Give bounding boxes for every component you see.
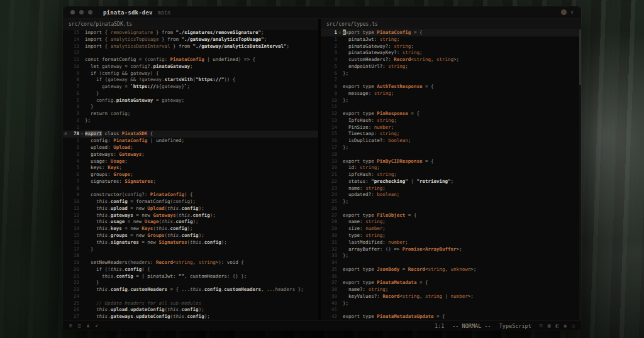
code-line[interactable]: 20 if (!this.config) { xyxy=(63,266,318,273)
code-line[interactable]: 4 } xyxy=(63,104,318,111)
code-line[interactable]: 23 name: string; xyxy=(321,185,581,192)
code-line[interactable]: 36 xyxy=(321,273,581,280)
code-line[interactable]: 4 usage: Usage; xyxy=(63,158,318,165)
code-line[interactable]: 10 this.config = formatConfig(config); xyxy=(63,199,318,205)
code-line[interactable]: 40 }; xyxy=(321,300,581,307)
code-line[interactable]: 18 xyxy=(321,151,581,158)
code-line[interactable]: 2 }; xyxy=(63,117,318,124)
code-line[interactable]: 11 const formatConfig = (config: PinataC… xyxy=(63,57,318,63)
code-line[interactable]: 30 type: string; xyxy=(321,232,581,239)
code-line[interactable]: 18 xyxy=(63,253,318,259)
code-line[interactable]: 12 export type PinResponse = { xyxy=(321,111,581,117)
code-line[interactable]: 11 xyxy=(321,104,581,111)
code-line[interactable]: 24 updated?: boolean; xyxy=(321,192,581,199)
code-line[interactable]: 27 this.gateways.updateConfig(this.confi… xyxy=(63,313,318,320)
code-line[interactable]: 38 name?: string; xyxy=(321,286,581,293)
code-line[interactable]: 13 import { analyticsDateInterval } from… xyxy=(63,43,318,50)
zoom-button[interactable] xyxy=(88,10,92,14)
code-line[interactable]: 16 isDuplicate?: boolean; xyxy=(321,138,581,144)
check-icon[interactable]: ✓ xyxy=(95,323,98,329)
code-line[interactable]: 21 ipfsHash: string; xyxy=(321,172,581,178)
code-line[interactable]: 23 this.config.customHeaders = { ...this… xyxy=(63,286,318,293)
code-line[interactable]: 5 keys: Keys; xyxy=(63,165,318,172)
window-titlebar[interactable]: pinata-sdk-dev main ∨ xyxy=(63,6,581,19)
square-icon[interactable]: ▣ xyxy=(548,323,551,329)
code-line[interactable]: 13 IpfsHash: string; xyxy=(321,117,581,124)
close-button[interactable] xyxy=(70,10,75,14)
code-line[interactable]: 13 this.usage = new Usage(this.config); xyxy=(63,219,318,226)
half-square-icon[interactable]: ◧ xyxy=(556,323,559,329)
code-line[interactable]: 8 if (gateway && !gateway.startsWith("ht… xyxy=(63,77,318,84)
code-line[interactable]: 6 groups: Groups; xyxy=(63,172,318,178)
code-line[interactable]: 3 gateways: Gateways; xyxy=(63,151,318,158)
code-line[interactable]: 1 pinataJwt: string; xyxy=(321,36,581,43)
code-line[interactable]: 22 status: "prechecking" | "retrieving"; xyxy=(321,178,581,185)
code-line[interactable]: 9 message: string; xyxy=(321,90,581,97)
code-line[interactable]: 41 xyxy=(321,307,581,313)
code-line[interactable]: 8 export type AuthTestResponse = { xyxy=(321,84,581,90)
code-line[interactable]: 31 lastModified: number; xyxy=(321,239,581,246)
code-line[interactable]: 2 pinataGateway?: string; xyxy=(321,43,581,50)
code-line[interactable]: 6 }; xyxy=(321,70,581,77)
fold-arrow-icon[interactable]: ∨ xyxy=(79,131,85,138)
winbar-right[interactable]: src/core/types.ts xyxy=(321,19,581,30)
code-line[interactable]: 20 id: string; xyxy=(321,165,581,172)
code-line[interactable]: 9 constructor(config?: PinataConfig) { xyxy=(63,192,318,199)
user-icon[interactable]: ♟ xyxy=(87,323,90,329)
code-line[interactable]: 26 xyxy=(321,205,581,212)
code-line[interactable]: 8 xyxy=(63,185,318,192)
code-line[interactable]: 1 xyxy=(63,124,318,131)
code-line[interactable]: 27 export type FileObject = { xyxy=(321,212,581,219)
code-line[interactable]: 14 this.keys = new Keys(this.config); xyxy=(63,226,318,232)
code-line[interactable]: 42 export type PinataMetadataUpdate = { xyxy=(321,313,581,320)
code-line[interactable]: 17 } xyxy=(63,246,318,253)
copy-icon[interactable]: ⊡ xyxy=(540,323,543,329)
circle-icon[interactable]: ○ xyxy=(572,323,575,329)
code-line[interactable]: 33 }; xyxy=(321,253,581,259)
code-line[interactable]: 14 import { analyticsTopUsage } from "./… xyxy=(63,36,318,43)
code-line-current[interactable]: ≠78∨export class PinataSDK { xyxy=(63,131,318,138)
code-line[interactable]: 7 xyxy=(321,77,581,84)
code-line[interactable]: 9 if (config && gateway) { xyxy=(63,70,318,77)
record-icon[interactable]: ◉ xyxy=(564,323,567,329)
code-line[interactable]: 1 config: PinataConfig | undefined; xyxy=(63,138,318,144)
code-line[interactable]: 2 upload: Upload; xyxy=(63,144,318,151)
code-line[interactable]: 12 this.gateways = new Gateways(this.con… xyxy=(63,212,318,219)
code-line[interactable]: 7 gateway = `https://${gateway}`; xyxy=(63,84,318,90)
code-line[interactable]: 24 xyxy=(63,293,318,300)
editor-pane-right[interactable]: src/core/types.ts 1∨export type PinataCo… xyxy=(321,19,581,320)
code-line[interactable]: 5 endpointUrl?: string; xyxy=(321,63,581,70)
code-line[interactable]: 35 export type JsonBody = Record<string,… xyxy=(321,266,581,273)
code-line[interactable]: 4 customHeaders?: Record<string, string>… xyxy=(321,57,581,63)
code-line[interactable]: 6 } xyxy=(63,90,318,97)
code-line[interactable]: 22 } xyxy=(63,280,318,286)
code-buffer-left[interactable]: 15 import { removeSignature } from "./si… xyxy=(63,30,318,320)
code-line[interactable]: 28 name: string; xyxy=(321,219,581,226)
code-line[interactable]: 37 export type PinataMetadata = { xyxy=(321,280,581,286)
fold-arrow-icon[interactable]: ∨ xyxy=(337,30,343,36)
code-line[interactable]: 29 size: number; xyxy=(321,226,581,232)
code-line[interactable]: 25 // Update headers for all sub-modules xyxy=(63,300,318,307)
code-line[interactable]: 7 signatures: Signatures; xyxy=(63,178,318,185)
code-line[interactable]: 15 this.groups = new Groups(this.config)… xyxy=(63,232,318,239)
scrollbar-thumb[interactable] xyxy=(579,30,581,85)
editor-pane-left[interactable]: src/core/pinataSDK.ts 15 import { remove… xyxy=(63,19,318,320)
code-line[interactable]: 11 this.upload = new Upload(this.config)… xyxy=(63,205,318,212)
chevron-down-icon[interactable]: ∨ xyxy=(570,9,574,15)
code-line[interactable]: 21 this.config = { pinataJwt: "", custom… xyxy=(63,273,318,280)
code-line[interactable]: 17 }; xyxy=(321,144,581,151)
grid-icon[interactable]: ⊞ xyxy=(69,323,72,329)
code-line[interactable]: 10 }; xyxy=(321,97,581,104)
code-line[interactable]: 34 xyxy=(321,259,581,266)
minimize-button[interactable] xyxy=(79,10,84,14)
code-line[interactable]: 14 PinSize: number; xyxy=(321,124,581,131)
code-line[interactable]: 3 return config; xyxy=(63,111,318,117)
code-line[interactable]: 26 this.upload.updateConfig(this.config)… xyxy=(63,307,318,313)
code-line[interactable]: 5 config.pinataGateway = gateway; xyxy=(63,97,318,104)
code-line[interactable]: 15 import { removeSignature } from "./si… xyxy=(63,30,318,36)
code-line[interactable]: 19 setNewHeaders(headers: Record<string,… xyxy=(63,259,318,266)
code-line[interactable]: 19 export type PinByCIDResponse = { xyxy=(321,158,581,165)
code-line[interactable]: 39 keyValues?: Record<string, string | n… xyxy=(321,293,581,300)
code-line-current[interactable]: 1∨export type PinataConfig = { xyxy=(321,30,581,36)
code-line[interactable]: 25 }; xyxy=(321,199,581,205)
